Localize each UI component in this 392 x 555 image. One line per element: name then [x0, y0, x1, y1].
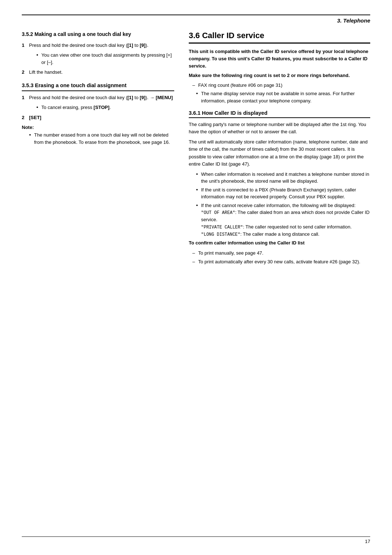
confirm-dash-list: To print manually, see page 47. To print… — [192, 250, 370, 265]
section-361-para-1: The calling party's name or telephone nu… — [189, 121, 370, 135]
step-352-2-text: Lift the handset. — [29, 69, 63, 76]
step-352-1-bullet-1: You can view other one touch dial assign… — [36, 52, 174, 66]
step-353-2-text: [SET] — [29, 114, 41, 121]
step-352-2: 2 Lift the handset. — [22, 69, 174, 76]
two-column-layout: 3.5.2 Making a call using a one touch di… — [22, 31, 370, 267]
header-rule — [22, 15, 370, 15]
step-353-number-1: 1 — [22, 94, 28, 101]
note-block: Note: The number erased from a one touch… — [22, 125, 174, 146]
intro-para-2: Make sure the following ring count is se… — [189, 72, 370, 79]
note-label: Note: — [22, 125, 34, 130]
section-36-title: 3.6 Caller ID service — [189, 31, 370, 44]
page-header-title: 3. Telephone — [337, 17, 370, 24]
intro-dash-list: FAX ring count (feature #06 on page 31) — [192, 82, 370, 89]
intro-para-1: This unit is compatible with the Caller … — [189, 48, 370, 70]
header-line: 3. Telephone — [22, 17, 370, 24]
step-number-2: 2 — [22, 69, 28, 76]
section-361-title: 3.6.1 How Caller ID is displayed — [189, 110, 370, 118]
left-column: 3.5.2 Making a call using a one touch di… — [22, 31, 174, 267]
step-353-1: 1 Press and hold the desired one touch d… — [22, 94, 174, 111]
note-bullet-1: The number erased from a one touch dial … — [29, 131, 174, 146]
section-361-para-2: The unit will automatically store caller… — [189, 138, 370, 168]
page: 3. Telephone 3.5.2 Making a call using a… — [0, 0, 392, 555]
step-353-1-text: Press and hold the desired one touch dia… — [29, 94, 173, 101]
section-36-intro: This unit is compatible with the Caller … — [189, 48, 370, 104]
note-bullets: The number erased from a one touch dial … — [29, 131, 174, 146]
section-361-bullets: When caller information is received and … — [196, 171, 370, 238]
step-352-1-text: Press and hold the desired one touch dia… — [29, 42, 148, 49]
step-353-1-subbullets: To cancel erasing, press [STOP]. — [29, 104, 174, 111]
section-353-steps: 1 Press and hold the desired one touch d… — [22, 94, 174, 121]
step-353-number-2: 2 — [22, 114, 28, 121]
section-352-title: 3.5.2 Making a call using a one touch di… — [22, 31, 174, 38]
step-352-1: 1 Press and hold the desired one touch d… — [22, 42, 174, 66]
right-column: 3.6 Caller ID service This unit is compa… — [189, 31, 370, 267]
step-353-2: 2 [SET] — [22, 114, 174, 121]
section-353-title: 3.5.3 Erasing a one touch dial assignmen… — [22, 82, 174, 91]
bullet-pbx: If the unit is connected to a PBX (Priva… — [196, 186, 370, 200]
bullet-caller-phonebook: When caller information is received and … — [196, 171, 370, 185]
step-number-1: 1 — [22, 42, 28, 49]
confirm-caller-title: To confirm caller information using the … — [189, 239, 370, 247]
page-number: 17 — [365, 539, 370, 544]
confirm-dash-1: To print manually, see page 47. — [192, 250, 370, 257]
section-352-steps: 1 Press and hold the desired one touch d… — [22, 42, 174, 76]
key-1: [1] — [127, 42, 133, 48]
confirm-dash-2: To print automatically after every 30 ne… — [192, 258, 370, 266]
key-9: [9] — [140, 42, 146, 48]
step-353-1-bullet-1: To cancel erasing, press [STOP]. — [36, 104, 174, 111]
footer-rule — [22, 536, 370, 537]
intro-bullet-list: The name display service may not be avai… — [196, 90, 370, 104]
step-352-1-subbullets: You can view other one touch dial assign… — [29, 52, 174, 66]
bullet-cannot-receive: If the unit cannot receive caller inform… — [196, 202, 370, 238]
intro-bullet-1: The name display service may not be avai… — [196, 90, 370, 104]
intro-dash-1: FAX ring count (feature #06 on page 31) — [192, 82, 370, 89]
